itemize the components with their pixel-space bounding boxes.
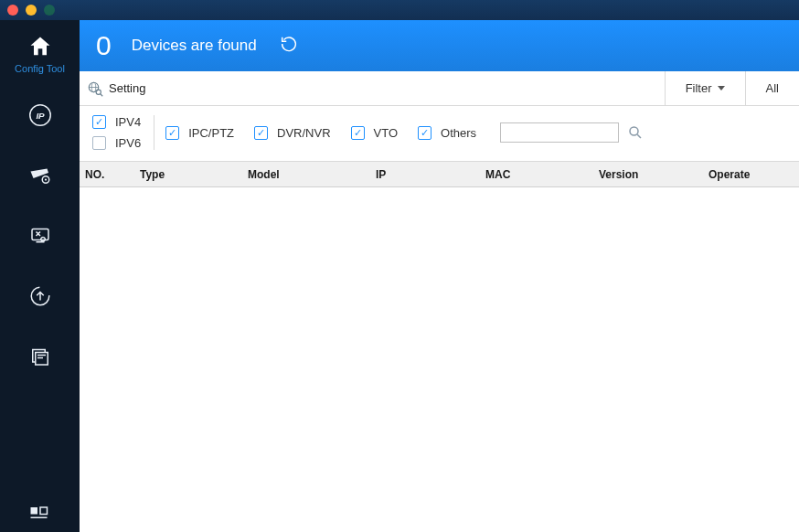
sidebar-item-template[interactable] [0,329,80,384]
camera-gear-icon [27,162,54,189]
setting-label: Setting [109,81,145,95]
globe-search-icon [87,80,103,97]
table-header: NO. Type Model IP MAC Version Operate [80,162,799,187]
svg-text:IP: IP [36,111,45,121]
svg-rect-5 [36,241,44,243]
table-body [80,187,799,532]
svg-rect-13 [30,517,47,519]
window-minimize-icon[interactable] [26,5,37,16]
col-ip[interactable]: IP [370,168,480,181]
template-docs-icon [27,343,54,370]
page-title: Devices are found [132,37,257,55]
dvr-label: DVR/NVR [277,126,331,140]
checkbox-ipv4[interactable]: ✓ IPV4 [92,115,141,129]
svg-point-3 [44,178,46,180]
col-type[interactable]: Type [134,168,242,181]
filter-row: ✓ IPV4 IPV6 ✓ IPC/PTZ ✓ DVR/NVR ✓ [80,106,799,162]
layout-grid-icon [27,499,54,527]
ipv4-label: IPV4 [115,115,141,129]
setting-button[interactable]: Setting [80,71,665,105]
header-bar: 0 Devices are found [80,20,799,71]
refresh-button[interactable] [279,34,299,58]
home-icon [27,34,53,59]
filter-label: Filter [686,81,712,95]
refresh-icon [279,34,299,54]
svg-line-20 [637,134,641,138]
checkbox-dvr-nvr[interactable]: ✓ DVR/NVR [254,126,331,140]
col-operate[interactable]: Operate [703,168,799,181]
device-count: 0 [96,30,112,61]
all-button[interactable]: All [745,71,799,105]
toolbar: Setting Filter All [80,71,799,106]
svg-point-19 [630,127,638,135]
checkbox-others[interactable]: ✓ Others [418,126,476,140]
all-label: All [766,81,779,95]
col-mac[interactable]: MAC [480,168,593,181]
search-button[interactable] [626,123,645,142]
svg-line-18 [101,94,102,96]
window-maximize-icon[interactable] [44,5,55,16]
vto-label: VTO [374,126,399,140]
col-version[interactable]: Version [593,168,703,181]
checkbox-vto[interactable]: ✓ VTO [351,126,399,140]
svg-rect-4 [32,229,48,240]
ipv6-label: IPV6 [115,136,141,150]
tools-monitor-icon [27,222,54,250]
sidebar-home-label: Config Tool [15,63,65,74]
sidebar-item-camera[interactable] [0,148,80,203]
window-close-icon[interactable] [7,5,18,16]
filter-dropdown[interactable]: Filter [665,71,745,105]
ipc-label: IPC/PTZ [188,126,234,140]
checkbox-ipv6[interactable]: IPV6 [92,136,141,150]
svg-point-17 [96,90,101,94]
checkbox-ipc-ptz[interactable]: ✓ IPC/PTZ [165,126,234,140]
others-label: Others [441,126,476,140]
search-input[interactable] [500,122,619,143]
col-no[interactable]: NO. [80,168,134,181]
svg-rect-12 [40,507,48,515]
window-titlebar [0,0,799,20]
upgrade-arrow-icon [27,282,54,310]
sidebar-item-ip[interactable]: IP [0,88,80,143]
col-model[interactable]: Model [242,168,370,181]
svg-rect-11 [30,507,37,515]
search-icon [627,124,644,141]
sidebar: Config Tool IP [0,20,80,532]
sidebar-item-layout[interactable] [0,499,80,527]
chevron-down-icon [718,86,725,90]
ip-circle-icon: IP [27,101,54,129]
sidebar-item-upgrade[interactable] [0,269,80,324]
sidebar-item-home[interactable]: Config Tool [0,26,80,82]
main-panel: 0 Devices are found Setting [80,20,799,532]
sidebar-item-tools[interactable] [0,208,80,263]
